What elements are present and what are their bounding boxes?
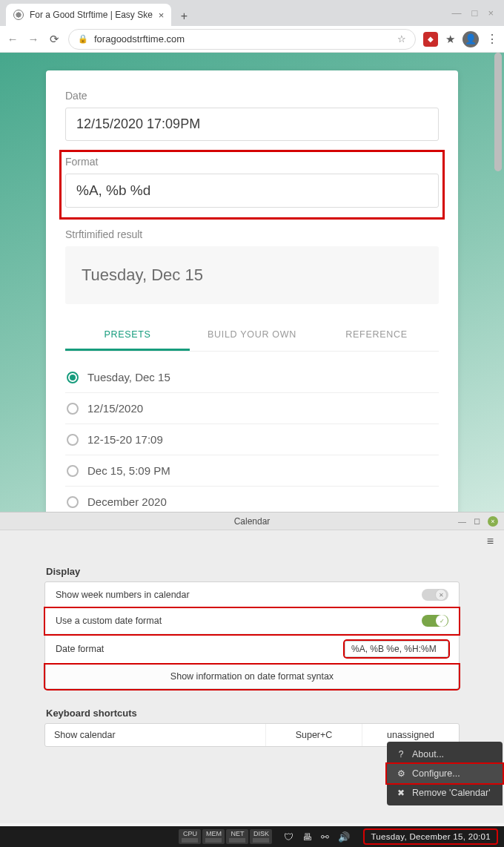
strftime-tabs: PRESETS BUILD YOUR OWN REFERENCE [65,320,439,352]
browser-window: For a Good Strftime | Easy Ske × + — □ ×… [0,0,504,512]
weeknumbers-toggle[interactable] [422,589,448,601]
kb-shortcut-1[interactable]: Super+C [266,724,362,746]
radio-icon [67,465,79,477]
tray-icons: 🛡 🖶 ⚯ 🔊 [276,831,357,843]
remove-icon: ✖ [396,788,406,798]
ctx-configure[interactable]: ⚙ Configure... [387,764,503,783]
gear-icon: ⚙ [396,768,406,779]
tab-build-your-own[interactable]: BUILD YOUR OWN [190,320,314,351]
preset-option[interactable]: 12/15/2020 [65,393,439,424]
tab-close-icon[interactable]: × [159,10,165,21]
radio-icon [67,434,79,446]
window-close-icon[interactable]: × [488,7,494,19]
applet-context-menu: ? About... ⚙ Configure... ✖ Remove 'Cale… [387,742,503,805]
globe-icon [13,10,24,20]
volume-icon[interactable]: 🔊 [338,831,350,843]
ctx-about[interactable]: ? About... [387,745,503,764]
hamburger-menu-icon[interactable]: ≡ [487,535,494,548]
browser-tab[interactable]: For a Good Strftime | Easy Ske × [6,4,171,26]
radio-icon [67,372,79,383]
tab-title: For a Good Strftime | Easy Ske [30,10,153,20]
browser-viewport: Date 12/15/2020 17:09PM Format %A, %b %d… [0,53,504,512]
browser-toolbar: ← → ⟳ 🔒 foragoodstrftime.com ☆ ◆ ★ 👤 ⋮ [0,26,504,53]
window-maximize-icon[interactable]: □ [472,7,478,19]
display-panel: Show week numbers in calendar Use a cust… [44,581,460,690]
cpu-monitor: CPU [179,829,201,844]
weeknumbers-row: Show week numbers in calendar [45,582,459,608]
window-maximize-icon[interactable]: ◻ [474,516,480,526]
settings-window-controls: — ◻ × [458,516,498,527]
date-format-input[interactable]: %A, %B %e, %H:%M [345,641,448,657]
kb-action-label: Show calendar [45,724,266,746]
format-section-highlight: Format %A, %b %d [61,151,443,218]
new-tab-button[interactable]: + [174,7,193,26]
settings-body: Display Show week numbers in calendar Us… [0,553,504,754]
page-background: Date 12/15/2020 17:09PM Format %A, %b %d… [0,53,504,512]
window-minimize-icon[interactable]: — [458,517,466,526]
radio-icon [67,403,79,415]
custom-date-format-toggle[interactable] [422,615,448,627]
lock-icon: 🔒 [78,34,88,44]
net-monitor: NET [226,829,248,844]
settings-titlebar: Calendar — ◻ × [0,513,504,530]
back-icon[interactable]: ← [6,33,19,45]
printer-icon[interactable]: 🖶 [302,831,312,843]
strftime-card: Date 12/15/2020 17:09PM Format %A, %b %d… [46,70,458,512]
taskbar-clock[interactable]: Tuesday, December 15, 20:01 [357,832,504,841]
keyboard-section-title: Keyboard shortcuts [46,708,460,719]
ublock-icon[interactable]: ◆ [423,32,438,47]
result-output: Tuesday, Dec 15 [65,246,439,304]
preset-option[interactable]: Tuesday, Dec 15 [65,362,439,393]
ctx-remove[interactable]: ✖ Remove 'Calendar' [387,783,503,802]
preset-option[interactable]: December 2020 [65,487,439,512]
forward-icon[interactable]: → [27,33,40,45]
profile-avatar-icon[interactable]: 👤 [462,31,479,47]
mem-monitor: MEM [202,829,225,844]
date-format-label: Date format [56,644,104,654]
result-label: Strftimified result [65,228,439,240]
format-input[interactable]: %A, %b %d [65,174,439,208]
radio-icon [67,496,79,508]
custom-date-format-row: Use a custom date format [45,608,459,634]
window-minimize-icon[interactable]: — [452,7,462,19]
browser-tab-strip: For a Good Strftime | Easy Ske × + — □ × [0,0,504,26]
format-label: Format [65,156,439,168]
tab-presets[interactable]: PRESETS [65,320,190,351]
browser-menu-icon[interactable]: ⋮ [486,32,498,46]
scrollbar-thumb[interactable] [494,53,502,171]
preset-option[interactable]: 12-15-20 17:09 [65,424,439,455]
help-icon: ? [396,749,406,759]
shield-icon[interactable]: 🛡 [284,831,294,843]
url-text: foragoodstrftime.com [94,33,185,45]
network-icon[interactable]: ⚯ [321,831,329,843]
date-format-row: Date format %A, %B %e, %H:%M [45,634,459,665]
preset-option[interactable]: Dec 15, 5:09 PM [65,455,439,487]
extensions-icon[interactable]: ★ [445,33,455,46]
date-format-info-button[interactable]: Show information on date format syntax [45,665,459,689]
settings-window-title: Calendar [234,516,271,527]
preset-list: Tuesday, Dec 15 12/15/2020 12-15-20 17:0… [65,362,439,512]
bookmark-star-icon[interactable]: ☆ [397,33,406,45]
display-section-title: Display [46,566,460,577]
page-scrollbar[interactable] [494,53,502,512]
taskbar: CPU MEM NET DISK 🛡 🖶 ⚯ 🔊 Tuesday, Decemb… [0,826,504,847]
tab-reference[interactable]: REFERENCE [314,320,439,351]
settings-toolbar: ≡ [0,530,504,553]
window-controls: — □ × [452,7,504,19]
address-bar[interactable]: 🔒 foragoodstrftime.com ☆ [68,29,416,50]
date-label: Date [65,90,439,102]
window-close-icon[interactable]: × [488,516,498,527]
disk-monitor: DISK [250,829,272,844]
reload-icon[interactable]: ⟳ [47,33,61,46]
date-input[interactable]: 12/15/2020 17:09PM [65,108,439,141]
system-monitor[interactable]: CPU MEM NET DISK [179,829,272,844]
